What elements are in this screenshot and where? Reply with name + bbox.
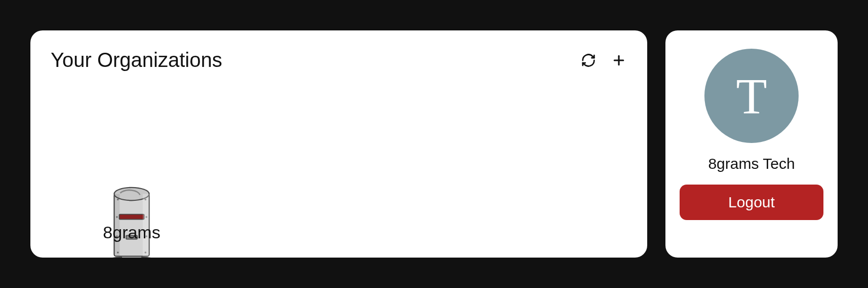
robot-icon <box>81 176 182 258</box>
organizations-actions <box>580 52 627 68</box>
plus-icon <box>611 53 626 68</box>
organizations-title: Your Organizations <box>51 49 222 71</box>
refresh-icon <box>581 53 596 68</box>
avatar-letter: T <box>736 67 767 125</box>
organizations-card: Your Organizations <box>30 30 647 258</box>
organization-item[interactable]: 8grams <box>81 176 182 258</box>
refresh-button[interactable] <box>580 52 597 68</box>
svg-rect-13 <box>119 214 144 220</box>
logout-button[interactable]: Logout <box>680 185 823 220</box>
user-name: 8grams Tech <box>708 155 795 172</box>
organization-name: 8grams <box>103 223 160 242</box>
organization-logo <box>81 176 182 258</box>
add-button[interactable] <box>611 52 627 68</box>
avatar[interactable]: T <box>704 49 799 143</box>
organizations-header: Your Organizations <box>51 49 627 71</box>
user-card: T 8grams Tech Logout <box>665 30 838 258</box>
